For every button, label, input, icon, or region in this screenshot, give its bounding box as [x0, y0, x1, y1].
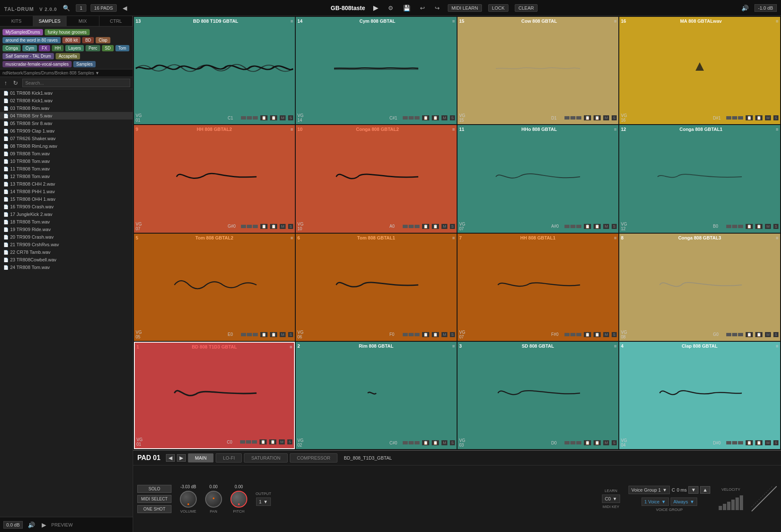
mini-slider[interactable] — [726, 225, 731, 228]
list-item[interactable]: 📄14 TR808 PHH 1.wav — [0, 188, 133, 195]
midi-learn-button[interactable]: MIDI LEARN — [448, 4, 482, 12]
mini-slider[interactable] — [738, 441, 743, 444]
pad-s-btn[interactable]: S — [287, 439, 292, 444]
list-item[interactable]: 📄05 TR808 Snr 8.wav — [0, 120, 133, 127]
pad-s-btn[interactable]: S — [288, 332, 293, 337]
tag-samples[interactable]: Samples — [73, 61, 96, 67]
pad-copy-btn[interactable]: 📋 — [260, 115, 267, 120]
mini-slider[interactable] — [415, 225, 420, 228]
pad-m-btn[interactable]: M — [603, 440, 609, 445]
tag-perc[interactable]: Perc — [86, 45, 100, 51]
tag-musicradar[interactable]: musicradar-female-vocal-samples — [3, 61, 72, 67]
mini-slider[interactable] — [403, 225, 408, 228]
tab-ctrl[interactable]: CTRL — [99, 16, 133, 26]
vel-bar-1[interactable] — [719, 506, 722, 510]
undo-button[interactable]: ↩ — [418, 4, 427, 12]
pad-settings-icon[interactable]: ≡ — [452, 235, 455, 240]
pad-selector[interactable]: 1 — [76, 4, 86, 12]
settings-button[interactable]: ⚙ — [386, 4, 395, 12]
pad-settings-icon[interactable]: ≡ — [614, 343, 617, 348]
mini-slider[interactable] — [564, 333, 570, 336]
pad-m-btn[interactable]: M — [765, 332, 771, 337]
list-item[interactable]: 📄02 TR808 Kick1.wav — [0, 97, 133, 104]
pad-paste-btn[interactable]: 📋 — [269, 439, 276, 444]
tag-layers[interactable]: Layers — [65, 45, 84, 51]
pad-settings-icon[interactable]: ≡ — [614, 19, 617, 24]
mini-slider[interactable] — [576, 225, 581, 228]
mini-slider[interactable] — [564, 441, 570, 444]
pad-paste-btn[interactable]: 📋 — [755, 224, 762, 229]
pad-copy-btn[interactable]: 📋 — [584, 440, 591, 445]
vel-bar-4[interactable] — [731, 500, 735, 510]
mini-slider[interactable] — [732, 225, 737, 228]
pad-next-button[interactable]: ▶ — [177, 454, 186, 462]
list-item[interactable]: 📄04 TR808 Snr 5.wav — [0, 112, 133, 120]
mini-slider[interactable] — [415, 333, 420, 336]
pad-s-btn[interactable]: S — [773, 440, 778, 445]
list-item[interactable]: 📄01 TR808 Kick1.wav — [0, 89, 133, 97]
pad-s-btn[interactable]: S — [773, 332, 778, 337]
vel-bar-3[interactable] — [727, 502, 730, 510]
speaker-button[interactable]: 🔊 — [26, 521, 37, 529]
volume-knob[interactable] — [180, 491, 197, 508]
list-item[interactable]: 📄12 TR808 Tom.wav — [0, 173, 133, 180]
list-item[interactable]: 📄21 TR909 CrshRvs.wav — [0, 241, 133, 248]
pad-settings-icon[interactable]: ≡ — [452, 19, 455, 24]
refresh-button[interactable]: ↻ — [11, 79, 20, 87]
pad-s-btn[interactable]: S — [450, 115, 455, 120]
pad-16[interactable]: 16 MA 808 GBTALwav ≡ VG 16 D#1 — [619, 17, 780, 124]
mini-slider[interactable] — [732, 333, 737, 336]
mini-slider[interactable] — [570, 441, 575, 444]
mini-slider[interactable] — [738, 225, 743, 228]
back-arrow-button[interactable]: ◀ — [121, 4, 129, 12]
pad-copy-btn[interactable]: 📋 — [584, 115, 591, 120]
pad-paste-btn[interactable]: 📋 — [432, 332, 439, 337]
pad-m-btn[interactable]: M — [603, 224, 609, 229]
mini-slider[interactable] — [415, 116, 420, 120]
pad-settings-icon[interactable]: ≡ — [776, 235, 778, 240]
midi-select-button[interactable]: MIDI SELECT — [137, 495, 171, 503]
pad-paste-btn[interactable]: 📋 — [755, 115, 762, 120]
pad-m-btn[interactable]: M — [603, 115, 609, 120]
pad-copy-btn[interactable]: 📋 — [746, 332, 753, 337]
pad-s-btn[interactable]: S — [450, 224, 455, 229]
redo-button[interactable]: ↪ — [433, 4, 441, 12]
list-item[interactable]: 📄15 TR808 OHH 1.wav — [0, 195, 133, 203]
tag-conga[interactable]: Conga — [3, 45, 21, 51]
nav-up-button[interactable]: ↑ — [3, 79, 9, 87]
pad-paste-btn[interactable]: 📋 — [270, 332, 277, 337]
tag-fx[interactable]: FX — [39, 45, 50, 51]
mini-slider[interactable] — [247, 225, 252, 228]
mini-slider[interactable] — [570, 225, 575, 228]
pitch-knob[interactable] — [230, 491, 247, 508]
pad-9[interactable]: 9 HH 808 GBTAL2 ≡ VG 07 G#0 — [134, 125, 295, 232]
tag-tom[interactable]: Tom — [115, 45, 129, 51]
pad-paste-btn[interactable]: 📋 — [594, 440, 601, 445]
pad-paste-btn[interactable]: 📋 — [432, 115, 439, 120]
tab-compressor[interactable]: COMPRESSOR — [290, 453, 337, 463]
tag-808kit[interactable]: 808 kit — [62, 37, 80, 43]
time-up-button[interactable]: ▲ — [700, 486, 710, 494]
pad-copy-btn[interactable]: 📋 — [422, 115, 429, 120]
mini-slider[interactable] — [409, 225, 414, 228]
mini-slider[interactable] — [570, 116, 575, 120]
pad-paste-btn[interactable]: 📋 — [755, 440, 762, 445]
pad-settings-icon[interactable]: ≡ — [291, 127, 293, 132]
list-item[interactable]: 📄03 TR808 Rim.wav — [0, 104, 133, 112]
mini-slider[interactable] — [403, 441, 408, 444]
pad-settings-icon[interactable]: ≡ — [776, 19, 778, 24]
pad-settings-icon[interactable]: ≡ — [776, 343, 778, 348]
pad-m-btn[interactable]: M — [603, 332, 609, 337]
pad-m-btn[interactable]: M — [280, 115, 286, 120]
path-bar[interactable]: ndNetwork/Samples/Drums/Broken 808 Sampl… — [0, 69, 133, 77]
pan-knob[interactable] — [205, 491, 222, 508]
pad-m-btn[interactable]: M — [441, 115, 447, 120]
save-button[interactable]: 💾 — [401, 4, 412, 12]
tab-mix[interactable]: MIX — [67, 16, 100, 26]
vel-bar-2[interactable] — [723, 504, 726, 510]
list-item[interactable]: 📄10 TR808 Tom.wav — [0, 157, 133, 165]
mini-slider[interactable] — [726, 116, 731, 120]
mini-slider[interactable] — [253, 225, 258, 228]
solo-button[interactable]: SOLO — [137, 485, 171, 493]
pad-5[interactable]: 5 Tom 808 GBTAL2 ≡ VG 05 E0 — [134, 234, 295, 341]
